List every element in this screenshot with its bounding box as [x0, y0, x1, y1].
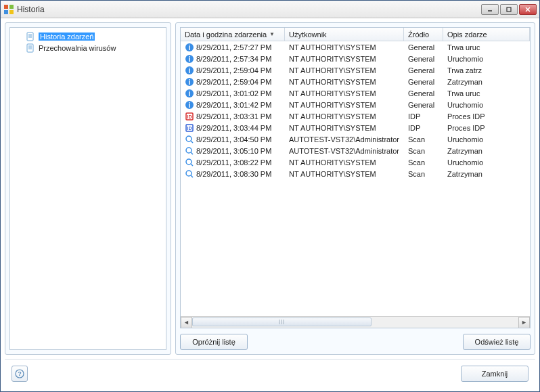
horizontal-scrollbar[interactable]: ◄ ► — [181, 316, 530, 328]
svg-line-33 — [191, 141, 193, 143]
table-row[interactable]: i8/29/2011, 3:01:02 PMNT AUTHORITY\SYSTE… — [181, 87, 530, 99]
table-row[interactable]: 8/29/2011, 3:08:22 PMNT AUTHORITY\SYSTEM… — [181, 156, 530, 168]
minimize-button[interactable] — [481, 4, 499, 15]
cell-user: AUTOTEST-VST32\Administrator — [285, 135, 404, 144]
column-user[interactable]: Użytkownik — [285, 28, 404, 41]
titlebar[interactable]: Historia — [1, 1, 539, 18]
cell-source: Scan — [404, 135, 443, 144]
svg-point-38 — [186, 171, 192, 176]
window-controls — [481, 4, 537, 15]
table-row[interactable]: 8/29/2011, 3:04:50 PMAUTOTEST-VST32\Admi… — [181, 133, 530, 145]
svg-line-39 — [191, 175, 193, 177]
cell-source: General — [404, 43, 443, 51]
table-row[interactable]: i8/29/2011, 2:59:04 PMNT AUTHORITY\SYSTE… — [181, 64, 530, 76]
refresh-list-button[interactable]: Odśwież listę — [463, 334, 531, 350]
svg-point-34 — [186, 148, 192, 153]
table-row[interactable]: ID8/29/2011, 3:03:44 PMNT AUTHORITY\SYST… — [181, 122, 530, 133]
cell-description: Uruchomio — [443, 101, 530, 109]
cell-date: 8/29/2011, 3:08:30 PM — [196, 170, 271, 178]
help-icon: ? — [15, 369, 24, 378]
window: Historia Historia zdarzeńPrzechowalnia w… — [0, 0, 540, 392]
cell-date: 8/29/2011, 2:59:04 PM — [196, 66, 271, 74]
scroll-thumb[interactable] — [192, 318, 372, 326]
column-description[interactable]: Opis zdarze — [443, 28, 530, 41]
cell-source: IDP — [404, 112, 443, 121]
svg-line-37 — [191, 164, 193, 166]
idp-blue-icon: ID — [185, 123, 194, 133]
tree-item-1[interactable]: Przechowalnia wirusów — [12, 42, 164, 53]
column-source[interactable]: Źródło — [404, 28, 443, 41]
cell-description: Trwa zatrz — [443, 66, 530, 74]
content-area: Historia zdarzeńPrzechowalnia wirusów Da… — [1, 18, 539, 391]
cell-description: Uruchomio — [443, 135, 530, 144]
list-body[interactable]: i8/29/2011, 2:57:27 PMNT AUTHORITY\SYSTE… — [181, 41, 530, 316]
table-row[interactable]: ID8/29/2011, 3:03:31 PMNT AUTHORITY\SYST… — [181, 110, 530, 122]
scroll-right-button[interactable]: ► — [518, 317, 530, 328]
table-row[interactable]: i8/29/2011, 3:01:42 PMNT AUTHORITY\SYSTE… — [181, 99, 530, 110]
panels: Historia zdarzeńPrzechowalnia wirusów Da… — [5, 22, 535, 355]
empty-list-button[interactable]: Opróżnij listę — [180, 334, 248, 350]
table-row[interactable]: i8/29/2011, 2:57:34 PMNT AUTHORITY\SYSTE… — [181, 53, 530, 64]
idp-red-icon: ID — [185, 112, 194, 121]
cell-date: 8/29/2011, 2:57:34 PM — [196, 55, 271, 63]
info-icon: i — [185, 66, 194, 75]
cell-description: Zatrzyman — [443, 78, 530, 86]
table-row[interactable]: i8/29/2011, 2:59:04 PMNT AUTHORITY\SYSTE… — [181, 76, 530, 87]
svg-point-32 — [186, 136, 192, 141]
cell-user: NT AUTHORITY\SYSTEM — [285, 124, 404, 132]
cell-user: NT AUTHORITY\SYSTEM — [285, 170, 404, 178]
svg-text:i: i — [189, 89, 191, 97]
tree-item-0[interactable]: Historia zdarzeń — [12, 30, 164, 42]
scroll-track[interactable] — [192, 317, 518, 328]
panel-buttons: Opróżnij listę Odśwież listę — [180, 334, 531, 350]
cell-date: 8/29/2011, 3:08:22 PM — [196, 158, 271, 167]
table-row[interactable]: i8/29/2011, 2:57:27 PMNT AUTHORITY\SYSTE… — [181, 41, 530, 53]
event-list: Data i godzina zdarzenia▼ Użytkownik Źró… — [180, 27, 531, 328]
cell-date: 8/29/2011, 3:05:10 PM — [196, 147, 271, 155]
svg-text:i: i — [189, 66, 191, 74]
cell-description: Trwa uruc — [443, 43, 530, 51]
cell-user: NT AUTHORITY\SYSTEM — [285, 101, 404, 109]
table-row[interactable]: 8/29/2011, 3:08:30 PMNT AUTHORITY\SYSTEM… — [181, 168, 530, 179]
info-icon: i — [185, 77, 194, 87]
navigation-tree[interactable]: Historia zdarzeńPrzechowalnia wirusów — [9, 27, 166, 350]
scroll-left-button[interactable]: ◄ — [181, 317, 192, 328]
info-icon: i — [185, 100, 194, 110]
close-button[interactable] — [519, 4, 537, 15]
svg-point-36 — [186, 159, 192, 165]
cell-date: 8/29/2011, 2:59:04 PM — [196, 78, 271, 86]
cell-user: NT AUTHORITY\SYSTEM — [285, 89, 404, 97]
search-icon — [185, 158, 194, 167]
sidebar-panel: Historia zdarzeńPrzechowalnia wirusów — [5, 22, 171, 355]
search-icon — [185, 169, 194, 179]
cell-description: Zatrzyman — [443, 147, 530, 155]
svg-rect-1 — [9, 5, 14, 9]
tree-item-label: Przechowalnia wirusów — [39, 44, 116, 52]
footer: ? Zamknij — [5, 359, 535, 387]
cell-source: IDP — [404, 124, 443, 132]
close-window-button[interactable]: Zamknij — [461, 366, 528, 382]
sort-indicator-icon: ▼ — [269, 31, 275, 37]
svg-rect-2 — [4, 10, 8, 14]
svg-rect-5 — [507, 7, 511, 12]
cell-source: General — [404, 78, 443, 86]
cell-user: NT AUTHORITY\SYSTEM — [285, 112, 404, 121]
cell-date: 8/29/2011, 3:01:02 PM — [196, 89, 271, 97]
svg-rect-3 — [9, 10, 14, 14]
svg-rect-12 — [27, 44, 33, 52]
svg-rect-0 — [4, 5, 8, 9]
cell-source: Scan — [404, 170, 443, 178]
svg-text:i: i — [189, 78, 191, 85]
cell-date: 8/29/2011, 2:57:27 PM — [196, 43, 271, 51]
svg-text:i: i — [189, 101, 191, 108]
maximize-button[interactable] — [500, 4, 518, 15]
cell-source: General — [404, 101, 443, 109]
cell-source: General — [404, 66, 443, 74]
cell-description: Proces IDP — [443, 112, 530, 121]
cell-date: 8/29/2011, 3:03:44 PM — [196, 124, 271, 132]
table-row[interactable]: 8/29/2011, 3:05:10 PMAUTOTEST-VST32\Admi… — [181, 145, 530, 156]
help-button[interactable]: ? — [12, 366, 28, 382]
column-date[interactable]: Data i godzina zdarzenia▼ — [181, 28, 285, 41]
window-title: Historia — [17, 5, 481, 14]
cell-user: NT AUTHORITY\SYSTEM — [285, 158, 404, 167]
